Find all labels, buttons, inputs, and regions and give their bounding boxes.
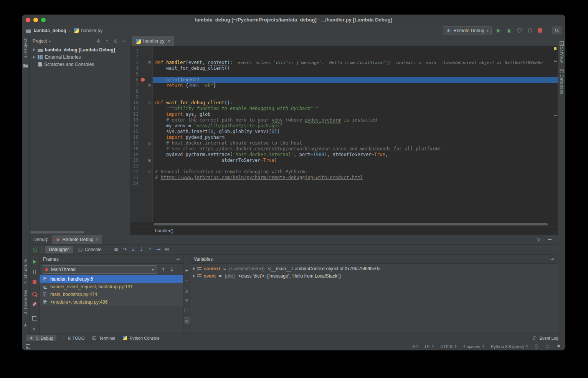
code-line[interactable] [153,89,558,94]
force-step-into-icon[interactable]: ⇣ [137,247,146,252]
gutter-line[interactable]: 18 [130,146,152,152]
tool-button-structure[interactable]: 7: Structure [23,259,28,284]
gutter-line[interactable]: 10 [130,100,152,106]
code-line[interactable]: # enter the correct path here to your ve… [153,117,558,123]
previous-frame-icon[interactable]: ↑ [161,267,165,273]
python-interpreter[interactable]: Python 3.8 (venv) [491,344,528,349]
variable-row[interactable]: event={dict}<class 'dict'>: {'message': … [190,272,558,279]
chevron-right-icon[interactable] [193,267,195,270]
stripe-mark[interactable] [554,61,557,62]
focus-icon[interactable]: ⇥ [176,256,180,262]
breadcrumb-function[interactable]: handler() [155,228,173,233]
folder-mini-icon[interactable] [23,64,28,67]
pause-icon[interactable] [32,269,37,274]
tool-window-todo[interactable]: 6: TODO [58,335,88,341]
scrollbar-thumb[interactable] [154,223,548,225]
thread-selector[interactable]: MainThread ▾ [42,265,157,274]
gutter-line[interactable]: 13 [130,117,152,123]
stripe-mark[interactable] [554,115,557,116]
run-config-select[interactable]: Remote Debug ▾ [443,26,492,35]
code-line[interactable] [153,94,558,100]
code-line[interactable]: # see also: https://docs.docker.com/desk… [153,146,558,152]
rerun-icon[interactable] [32,246,38,253]
gutter-line[interactable]: 15 [130,129,152,135]
evaluate-expression-icon[interactable]: ⊞ [163,247,171,252]
error-stripe[interactable] [553,46,558,222]
remove-watch-icon[interactable]: − [184,278,190,284]
gear-icon[interactable] [535,237,542,243]
chevron-right-icon[interactable] [33,48,35,51]
code-line[interactable] [153,54,558,60]
collapse-all-icon[interactable] [104,38,110,44]
run-to-cursor-icon[interactable]: ⇥ [154,247,163,252]
indicator-icon[interactable] [545,343,550,349]
fold-marker-icon[interactable] [148,142,151,145]
tool-window-debug[interactable]: 5: Debug [26,335,56,341]
tool-window-terminal[interactable]: Terminal [89,335,118,341]
favorites-star-icon[interactable]: ★ [23,323,27,328]
code-area[interactable]: def handler(event, context): event: <cla… [153,46,558,222]
close-tab-icon[interactable]: × [167,38,170,44]
gutter-line[interactable]: 12 [130,112,152,117]
chevron-down-icon[interactable]: ▾ [49,39,51,43]
lock-icon[interactable] [533,343,539,349]
code-line[interactable]: stderrToServer=True) [153,158,558,163]
project-tree-item[interactable]: lambda_debug [Lambda Debug] [30,46,130,53]
line-separator[interactable]: LF [425,344,434,349]
notifications-bell-icon[interactable] [556,343,562,349]
fold-marker-icon[interactable] [148,61,151,64]
inspection-indicator-icon[interactable] [554,47,557,50]
code-line[interactable]: def wait_for_debug_client(): [153,100,558,106]
debug-button[interactable] [505,27,512,34]
code-line[interactable]: pydevd_pycharm.settrace('host.docker.int… [153,152,558,158]
gutter-line[interactable]: 22 [130,169,152,175]
gutter-line[interactable]: 21 [130,163,152,169]
copy-icon[interactable] [184,307,190,314]
gutter-line[interactable]: 14 [130,123,152,129]
tab-console[interactable]: Console [74,246,106,253]
profiler-button[interactable] [526,27,533,34]
show-execution-point-icon[interactable]: ≡ [112,247,121,252]
more-icon[interactable]: » [32,327,37,332]
title-bar[interactable]: lambda_debug [~/PycharmProjects/lambda_d… [22,15,565,25]
move-up-icon[interactable]: ▲ [184,288,190,294]
fold-marker-icon[interactable] [148,159,151,162]
hide-panel-icon[interactable] [121,38,127,44]
editor-horizontal-scrollbar[interactable] [130,222,558,226]
frame-row[interactable]: handle_event_request, bootstrap.py:131 [40,283,183,291]
fold-marker-icon[interactable] [148,102,151,104]
editor-tab-handler[interactable]: handler.py × [132,36,174,46]
gutter-line[interactable]: 9 [130,94,152,100]
code-line[interactable] [153,71,558,77]
code-line[interactable]: return {200: "ok"} [153,83,558,89]
hide-panel-icon[interactable] [547,237,553,243]
code-line[interactable]: # General information on remote debuggin… [153,169,558,175]
indent-style[interactable]: 4 spaces [463,344,484,349]
caret-position[interactable]: 6:1 [412,344,418,349]
code-line[interactable]: # host.docker.internal should resolve to… [153,140,558,146]
restore-layout-icon[interactable] [32,315,37,320]
debug-session-tab[interactable]: Remote Debug × [52,235,102,244]
toolwindow-toggle-icon[interactable] [26,344,30,349]
coverage-button[interactable] [516,27,523,34]
chevron-right-icon[interactable] [33,56,35,59]
project-panel-title[interactable]: Project [33,38,47,44]
breadcrumb-project[interactable]: lambda_debug [34,28,66,33]
fold-marker-icon[interactable] [148,84,151,87]
show-watches-icon[interactable]: ∞ [184,317,190,324]
gutter-line[interactable]: 7 [130,83,152,89]
project-horizontal-scrollbar[interactable] [30,231,84,233]
next-frame-icon[interactable]: ↓ [170,267,174,273]
gutter-line[interactable]: 8 [130,89,152,94]
breakpoint-icon[interactable] [141,78,145,82]
frame-row[interactable]: main, bootstrap.py:474 [40,291,183,298]
variable-row[interactable]: context={LambdaContext}<__main__.LambdaC… [190,265,558,272]
project-tree-item[interactable]: Scratches and Consoles [30,61,130,68]
gutter-line[interactable]: 6 [130,77,152,83]
code-line[interactable]: wait_for_debug_client() [153,66,558,71]
gear-icon[interactable] [112,38,119,44]
run-button[interactable] [495,27,502,34]
project-tree-item[interactable]: External Libraries [30,53,130,61]
code-line[interactable]: import sys, glob [153,112,558,117]
stop-button[interactable] [537,27,543,34]
